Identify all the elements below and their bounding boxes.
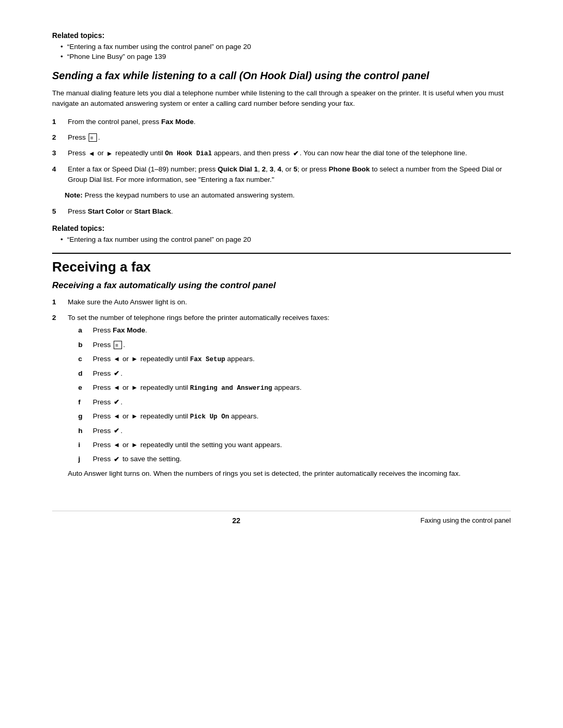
sub-step-g-content: Press ◄ or ► repeatedly until Pick Up On… — [93, 411, 511, 422]
receiving-section: Receiving a fax Receiving a fax automati… — [52, 253, 511, 479]
related-topics-1-list: “Entering a fax number using the control… — [52, 43, 511, 60]
sub-step-f: f Press ✔. — [78, 397, 511, 408]
footer-right: Faxing using the control panel — [421, 516, 511, 524]
receiving-sub-title: Receiving a fax automatically using the … — [52, 280, 511, 291]
sub-step-h: h Press ✔. — [78, 426, 511, 436]
sub-step-a-content: Press Fax Mode. — [93, 325, 511, 336]
check-icon-h: ✔ — [114, 426, 119, 436]
sub-step-i-content: Press ◄ or ► repeatedly until the settin… — [93, 440, 511, 450]
step-note: Note: Press the keypad numbers to use an… — [65, 190, 511, 201]
left-arrow-c: ◄ — [113, 354, 120, 364]
step-3-content: Press ◄ or ► repeatedly until On Hook Di… — [68, 148, 511, 159]
related-topics-1: Related topics: “Entering a fax number u… — [52, 31, 511, 60]
alpha-f: f — [78, 397, 89, 408]
alpha-a: a — [78, 325, 89, 336]
alpha-c: c — [78, 354, 89, 365]
list-item: “Phone Line Busy” on page 139 — [60, 53, 511, 60]
step-num-2: 2 — [52, 132, 65, 143]
recv-step-num-2: 2 — [52, 313, 65, 479]
check-icon: ✔ — [293, 149, 299, 159]
alpha-g: g — [78, 411, 89, 422]
step-num-4: 4 — [52, 164, 65, 186]
receiving-h1: Receiving a fax — [52, 253, 511, 275]
check-icon-f: ✔ — [114, 397, 119, 408]
receiving-steps: 1 Make sure the Auto Answer light is on.… — [52, 297, 511, 479]
sub-step-b: b Press . — [78, 340, 511, 350]
sub-step-d: d Press ✔. — [78, 368, 511, 379]
note-label: Note: — [65, 191, 83, 199]
sub-step-i: i Press ◄ or ► repeatedly until the sett… — [78, 440, 511, 450]
on-hook-body: The manual dialing feature lets you dial… — [52, 88, 511, 109]
step-4-content: Enter a fax or Speed Dial (1–89) number;… — [68, 164, 511, 186]
related-topics-1-heading: Related topics: — [52, 31, 511, 40]
sub-step-g: g Press ◄ or ► repeatedly until Pick Up … — [78, 411, 511, 422]
on-hook-title: Sending a fax while listening to a call … — [52, 70, 511, 82]
step-3: 3 Press ◄ or ► repeatedly until On Hook … — [52, 148, 511, 159]
on-hook-section: Sending a fax while listening to a call … — [52, 70, 511, 243]
menu-icon-b — [114, 341, 122, 349]
step-num-1: 1 — [52, 117, 65, 127]
step-1: 1 From the control panel, press Fax Mode… — [52, 117, 511, 127]
sub-step-e: e Press ◄ or ► repeatedly until Ringing … — [78, 382, 511, 393]
step-2-content: Press . — [68, 132, 511, 143]
alpha-e: e — [78, 382, 89, 393]
right-arrow-g: ► — [131, 411, 138, 422]
step-num-3: 3 — [52, 148, 65, 159]
alpha-i: i — [78, 440, 89, 450]
sub-step-d-content: Press ✔. — [93, 368, 511, 379]
recv-step-1: 1 Make sure the Auto Answer light is on. — [52, 297, 511, 307]
related-topics-2: Related topics: “Entering a fax number u… — [52, 224, 511, 243]
alpha-d: d — [78, 368, 89, 379]
check-icon-d: ✔ — [114, 368, 119, 379]
recv-step-2-content: To set the number of telephone rings bef… — [68, 313, 511, 479]
page-footer: 22 Faxing using the control panel — [52, 511, 511, 525]
list-item: “Entering a fax number using the control… — [60, 236, 511, 243]
sub-step-c: c Press ◄ or ► repeatedly until Fax Setu… — [78, 354, 511, 365]
alpha-b: b — [78, 340, 89, 350]
step-5: 5 Press Start Color or Start Black. — [52, 206, 511, 217]
on-hook-steps: 1 From the control panel, press Fax Mode… — [52, 117, 511, 217]
right-arrow-e: ► — [131, 382, 138, 393]
sub-step-h-content: Press ✔. — [93, 426, 511, 436]
alpha-j: j — [78, 454, 89, 464]
recv-step-2-text: To set the number of telephone rings bef… — [68, 314, 329, 322]
auto-answer-note: Auto Answer light turns on. When the num… — [68, 468, 511, 479]
recv-step-1-content: Make sure the Auto Answer light is on. — [68, 297, 511, 307]
sub-step-b-content: Press . — [93, 340, 511, 350]
step-5-content: Press Start Color or Start Black. — [68, 206, 511, 217]
recv-step-2: 2 To set the number of telephone rings b… — [52, 313, 511, 479]
sub-step-j: j Press ✔ to save the setting. — [78, 454, 511, 464]
right-arrow-c: ► — [131, 354, 138, 364]
step-4: 4 Enter a fax or Speed Dial (1–89) numbe… — [52, 164, 511, 186]
footer-page-number: 22 — [232, 516, 240, 525]
related-topics-2-list: “Entering a fax number using the control… — [52, 236, 511, 243]
left-arrow-g: ◄ — [113, 411, 120, 422]
note-block: Note: Press the keypad numbers to use an… — [65, 191, 295, 199]
list-item: “Entering a fax number using the control… — [60, 43, 511, 51]
check-icon-j: ✔ — [114, 454, 119, 465]
recv-sub-steps: a Press Fax Mode. b Press . c — [68, 325, 511, 464]
sub-step-a: a Press Fax Mode. — [78, 325, 511, 336]
sub-step-j-content: Press ✔ to save the setting. — [93, 454, 511, 464]
right-arrow-icon: ► — [106, 149, 113, 159]
left-arrow-icon: ◄ — [88, 149, 95, 159]
alpha-h: h — [78, 426, 89, 436]
menu-icon — [89, 133, 97, 142]
related-topics-2-heading: Related topics: — [52, 224, 511, 232]
sub-step-e-content: Press ◄ or ► repeatedly until Ringing an… — [93, 382, 511, 393]
sub-step-c-content: Press ◄ or ► repeatedly until Fax Setup … — [93, 354, 511, 365]
step-1-content: From the control panel, press Fax Mode. — [68, 117, 511, 127]
left-arrow-e: ◄ — [113, 382, 120, 393]
sub-step-f-content: Press ✔. — [93, 397, 511, 408]
step-num-5: 5 — [52, 206, 65, 217]
left-arrow-i: ◄ — [113, 440, 120, 450]
step-2: 2 Press . — [52, 132, 511, 143]
right-arrow-i: ► — [131, 440, 138, 450]
recv-step-num-1: 1 — [52, 297, 65, 307]
